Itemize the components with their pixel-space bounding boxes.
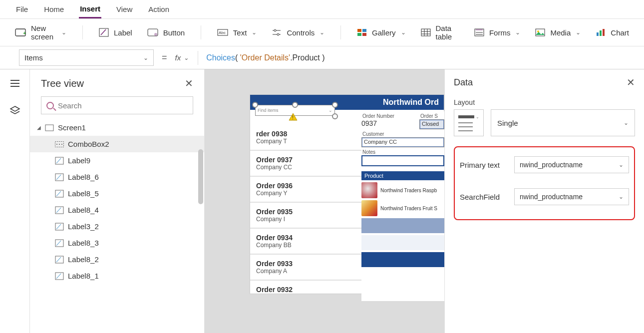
data-table-icon — [421, 28, 431, 36]
forms-label: Forms — [489, 28, 511, 37]
primary-text-select[interactable]: nwind_productname ⌄ — [514, 156, 629, 173]
property-selector[interactable]: Items ⌄ — [19, 49, 154, 66]
tree-item-label8-2[interactable]: Label8_2 — [30, 251, 204, 268]
controls-button[interactable]: Controls ⌄ — [272, 28, 324, 37]
gallery-label: Gallery — [372, 28, 396, 37]
gallery-button[interactable]: Gallery ⌄ — [357, 28, 406, 37]
layout-thumbnail[interactable]: ⌄ — [454, 109, 484, 136]
chevron-down-icon: ⌄ — [576, 29, 581, 36]
equals-sign: = — [162, 52, 167, 63]
tree-list: ◢ Screen1 ComboBox2 Label9 Label8_6 Labe… — [30, 119, 204, 284]
forms-button[interactable]: Forms ⌄ — [474, 28, 521, 37]
chevron-down-icon: ⌄ — [515, 29, 520, 36]
insert-toolbar: + New screen ⌄ Label Button Abc Text ⌄ C… — [0, 19, 644, 46]
controls-icon — [272, 28, 282, 36]
menu-home[interactable]: Home — [43, 1, 65, 17]
media-button[interactable]: Media ⌄ — [535, 28, 581, 37]
tree-item-label8-3[interactable]: Label8_3 — [30, 235, 204, 251]
layout-select[interactable]: Single ⌄ — [491, 109, 635, 136]
chevron-down-icon: ⌄ — [328, 108, 332, 113]
tree-item-label3-2[interactable]: Label3_2 — [30, 218, 204, 235]
tree-view-panel: Tree view ✕ ◢ Screen1 ComboBox2 Label9 — [30, 69, 205, 333]
primary-text-label: Primary text — [460, 161, 500, 169]
notes-input[interactable] — [361, 155, 444, 166]
media-label: Media — [550, 28, 571, 37]
design-canvas[interactable]: Northwind Ord Find items ⌄ ! rder 0938Co… — [205, 69, 644, 333]
tree-item-label8-5[interactable]: Label8_5 — [30, 185, 204, 202]
svg-rect-14 — [362, 33, 366, 36]
tree-item-label8-4[interactable]: Label8_4 — [30, 202, 204, 218]
scrollbar-thumb[interactable] — [198, 149, 203, 204]
order-detail-panel: Order Number 0937 Order S Closed Custome… — [361, 111, 444, 301]
svg-text:Abc: Abc — [219, 30, 226, 35]
chevron-down-icon: ⌄ — [320, 29, 324, 36]
chevron-down-icon: ⌄ — [619, 193, 624, 200]
data-table-button[interactable]: Data table — [421, 24, 459, 41]
svg-rect-27 — [600, 30, 602, 36]
tree-item-label8-6[interactable]: Label8_6 — [30, 169, 204, 185]
svg-rect-2 — [99, 28, 108, 36]
selection-handle[interactable] — [252, 102, 258, 108]
new-screen-label: New screen — [31, 24, 56, 41]
svg-point-10 — [277, 33, 279, 35]
expand-icon[interactable]: ◢ — [37, 125, 41, 130]
selected-row-placeholder — [361, 218, 444, 233]
formula-string: Order Details — [242, 53, 289, 62]
search-field-value: nwind_productname — [520, 193, 583, 201]
chevron-down-icon: ⌄ — [252, 29, 257, 36]
toolbar-separator — [340, 25, 341, 39]
selection-handle[interactable] — [332, 113, 338, 119]
customer-dropdown[interactable]: Company CC — [361, 137, 444, 147]
combobox-placeholder: Find items — [258, 108, 279, 113]
menu-action[interactable]: Action — [147, 1, 170, 17]
label-button[interactable]: Label — [99, 28, 132, 37]
search-field-select[interactable]: nwind_productname ⌄ — [514, 188, 629, 205]
menu-file[interactable]: File — [15, 1, 29, 17]
layout-value: Single — [497, 119, 518, 127]
chevron-down-icon: ⌄ — [61, 29, 66, 36]
text-button[interactable]: Abc Text ⌄ — [217, 28, 257, 37]
chart-label: Chart — [611, 28, 629, 37]
new-screen-button[interactable]: + New screen ⌄ — [15, 24, 66, 41]
media-icon — [535, 28, 545, 36]
tree-item-combobox2[interactable]: ComboBox2 — [30, 136, 204, 152]
product-row[interactable]: Northwind Traders Raspb — [361, 182, 444, 198]
selection-handle[interactable] — [292, 102, 298, 108]
menu-view[interactable]: View — [115, 1, 133, 17]
button-button[interactable]: Button — [147, 28, 185, 37]
data-table-label: Data table — [436, 24, 459, 41]
tree-item-label: Screen1 — [58, 123, 86, 132]
selection-handle[interactable] — [332, 102, 338, 108]
notes-label: Notes — [362, 149, 444, 155]
svg-rect-13 — [357, 33, 361, 36]
formula-fn: Choices — [206, 53, 235, 62]
hamburger-button[interactable] — [7, 75, 23, 91]
tree-item-label: Label8_1 — [68, 272, 99, 280]
label-icon — [55, 157, 64, 165]
formula-input[interactable]: Choices( 'Order Details'.Product ) — [206, 53, 644, 62]
product-row[interactable]: Northwind Traders Fruit S — [361, 200, 444, 216]
chevron-down-icon: ⌄ — [401, 29, 406, 36]
order-status-dropdown[interactable]: Closed — [419, 119, 444, 129]
layers-button[interactable] — [7, 102, 23, 118]
formula-bar: Items ⌄ = fx ⌄ Choices( 'Order Details'.… — [0, 46, 644, 69]
close-icon[interactable]: ✕ — [185, 77, 193, 89]
tree-item-label8-1[interactable]: Label8_1 — [30, 268, 204, 284]
tree-item-label: Label3_2 — [68, 222, 99, 231]
tree-item-label9[interactable]: Label9 — [30, 152, 204, 169]
order-status-value: Closed — [422, 121, 439, 127]
tree-item-screen1[interactable]: ◢ Screen1 — [30, 119, 204, 136]
chevron-down-icon: ⌄ — [624, 119, 629, 126]
chart-button[interactable]: Chart — [596, 28, 629, 37]
close-icon[interactable]: ✕ — [627, 76, 635, 88]
tree-item-label: Label8_2 — [68, 255, 99, 264]
screen-icon: + — [15, 28, 26, 36]
menu-insert[interactable]: Insert — [79, 0, 101, 18]
tree-item-label: ComboBox2 — [68, 140, 109, 148]
toolbar-separator — [201, 25, 201, 39]
svg-text:+: + — [23, 30, 26, 36]
tree-search[interactable] — [41, 96, 193, 114]
formula-open: ( — [235, 53, 240, 62]
fx-button[interactable]: fx ⌄ — [175, 53, 189, 62]
search-input[interactable] — [58, 101, 188, 110]
